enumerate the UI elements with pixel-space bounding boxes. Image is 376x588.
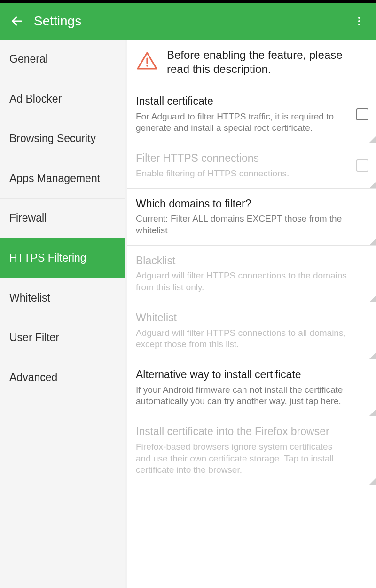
- warning-message: Before enabling the feature, please read…: [167, 48, 368, 76]
- setting-description: For Adguard to filter HTTPS traffic, it …: [136, 111, 348, 134]
- sidebar-item-label: User Filter: [9, 331, 59, 343]
- page-title: Settings: [34, 14, 351, 29]
- setting-title: Alternative way to install certificate: [136, 368, 348, 381]
- setting-title: Filter HTTPS connections: [136, 151, 348, 165]
- sidebar-item-advanced[interactable]: Advanced: [0, 358, 125, 398]
- arrow-left-icon: [10, 15, 24, 28]
- filter-https-checkbox: [356, 159, 368, 172]
- sidebar-item-label: Firewall: [9, 212, 47, 224]
- setting-install-certificate[interactable]: Install certificate For Adguard to filte…: [127, 86, 376, 143]
- more-vert-icon: [353, 16, 365, 27]
- setting-whitelist: Whitelist Adguard will filter HTTPS conn…: [127, 302, 376, 359]
- setting-description: Enable filtering of HTTPS connections.: [136, 168, 348, 180]
- setting-title: Install certificate: [136, 95, 348, 108]
- app-bar: Settings: [0, 3, 376, 40]
- sidebar-item-label: Browsing Security: [9, 132, 96, 144]
- sidebar-item-label: Ad Blocker: [9, 93, 62, 105]
- svg-point-3: [358, 24, 360, 25]
- warning-triangle-icon: [136, 50, 158, 72]
- svg-point-2: [358, 20, 360, 22]
- svg-point-1: [358, 17, 360, 19]
- setting-which-domains[interactable]: Which domains to filter? Current: Filter…: [127, 188, 376, 245]
- setting-description: Adguard will filter HTTPS connections to…: [136, 327, 348, 350]
- setting-blacklist: Blacklist Adguard will filter HTTPS conn…: [127, 245, 376, 302]
- sidebar-item-ad-blocker[interactable]: Ad Blocker: [0, 79, 125, 119]
- back-button[interactable]: [8, 13, 25, 30]
- setting-description: Firefox-based browsers ignore system cer…: [136, 441, 348, 476]
- sidebar-item-whitelist[interactable]: Whitelist: [0, 278, 125, 318]
- sidebar-item-label: Advanced: [9, 371, 57, 383]
- sidebar-item-https-filtering[interactable]: HTTPS Filtering: [0, 238, 125, 278]
- warning-banner[interactable]: Before enabling the feature, please read…: [127, 40, 376, 86]
- svg-point-5: [146, 65, 148, 67]
- sidebar-item-apps-management[interactable]: Apps Management: [0, 159, 125, 199]
- sidebar-item-general[interactable]: General: [0, 40, 125, 79]
- content-panel: Before enabling the feature, please read…: [125, 40, 376, 588]
- setting-title: Install certificate into the Firefox bro…: [136, 425, 348, 438]
- sidebar-item-label: HTTPS Filtering: [9, 252, 86, 264]
- setting-title: Which domains to filter?: [136, 197, 348, 211]
- setting-title: Whitelist: [136, 311, 348, 325]
- sidebar-item-browsing-security[interactable]: Browsing Security: [0, 119, 125, 159]
- sidebar-item-firewall[interactable]: Firewall: [0, 199, 125, 238]
- setting-description: Current: Filter ALL domains EXCEPT those…: [136, 213, 348, 236]
- setting-alt-install[interactable]: Alternative way to install certificate I…: [127, 359, 376, 416]
- setting-firefox-cert: Install certificate into the Firefox bro…: [127, 416, 376, 485]
- setting-description: Adguard will filter HTTPS connections to…: [136, 270, 348, 293]
- sidebar: General Ad Blocker Browsing Security App…: [0, 40, 125, 588]
- more-button[interactable]: [351, 13, 368, 30]
- install-certificate-checkbox[interactable]: [356, 108, 368, 120]
- sidebar-item-label: General: [9, 53, 48, 65]
- setting-title: Blacklist: [136, 254, 348, 268]
- setting-filter-https: Filter HTTPS connections Enable filterin…: [127, 143, 376, 188]
- setting-description: If your Android firmware can not install…: [136, 384, 348, 407]
- sidebar-item-label: Apps Management: [9, 172, 100, 184]
- sidebar-item-user-filter[interactable]: User Filter: [0, 318, 125, 358]
- sidebar-item-label: Whitelist: [9, 292, 50, 304]
